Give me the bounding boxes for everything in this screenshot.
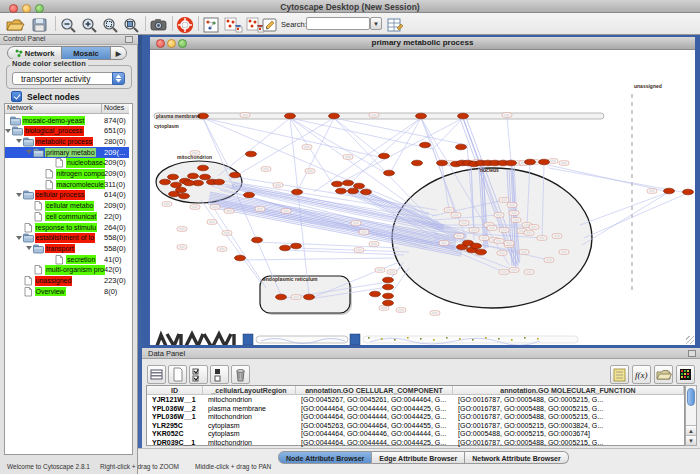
graph-node[interactable] [456,144,467,150]
graph-node[interactable] [539,159,550,165]
graph-node[interactable] [160,179,171,185]
formula-button[interactable]: f(x) [632,365,651,384]
tree-row[interactable]: response to stimulu264(0) [5,222,129,233]
graph-node[interactable] [285,113,296,119]
unselect-attributes-button[interactable] [210,365,229,384]
table-cell[interactable]: [GO:0016787, GO:0005488, GO:0005215, G..… [453,396,684,405]
data-panel-float-icon[interactable] [688,350,696,357]
graph-node[interactable] [384,170,395,176]
tree-row-label[interactable]: cell communicat [45,212,97,222]
graph-node[interactable] [276,294,287,300]
graph-node[interactable] [214,179,225,185]
tab-mosaic[interactable]: Mosaic [61,47,111,59]
import-attributes-button[interactable] [654,365,673,384]
tree-row-label[interactable]: response to stimulu [35,223,98,233]
new-attribute-button[interactable] [168,365,187,384]
table-cell[interactable]: cytoplasm [203,430,296,439]
tab-overflow-arrow[interactable]: ▶ [111,47,126,59]
table-cell[interactable]: cytoplasm [203,422,296,431]
graph-node[interactable] [280,245,291,251]
table-cell[interactable]: [GO:0016787, GO:0005488, GO:0005215, G..… [453,439,684,448]
table-cell[interactable]: YDR039C__1 [147,439,203,448]
network-canvas[interactable]: plasma membranecytoplasmmitochondrionnuc… [150,50,695,345]
tree-row-label[interactable]: mosaic-demo-yeast [22,116,85,126]
tree-row[interactable]: transport558(0) [5,243,129,254]
search-dropdown-button[interactable]: ▼ [370,17,382,30]
graph-node[interactable] [176,187,187,193]
tree-row-label[interactable]: metabolic process [35,137,93,147]
graph-node[interactable] [252,237,263,243]
scroll-down-button[interactable]: ▼ [686,435,696,445]
table-cell[interactable]: YJR121W__1 [147,396,203,405]
table-column-header[interactable]: annotation.GO CELLULAR_COMPONENT [296,386,453,395]
tree-row[interactable]: unassigned223(0) [5,276,129,287]
attribute-grid-button[interactable] [147,365,166,384]
tree-row-label[interactable]: secretion [66,255,96,265]
tree-row[interactable]: nitrogen compo209(0) [5,169,129,180]
graph-node[interactable] [383,293,394,299]
tree-row[interactable]: Overview8(0) [5,286,129,297]
table-cell[interactable]: [GO:0044464, GO:0044444, GO:0044425, G..… [296,413,453,422]
tree-expand-arrow-icon[interactable] [16,193,22,200]
snapshot-icon[interactable] [149,16,169,34]
table-row[interactable]: YLR295Ccytoplasm[GO:0045263, GO:0044464,… [147,422,684,431]
graph-node[interactable] [168,174,179,180]
tree-row[interactable]: mosaic-demo-yeast874(0) [5,115,129,126]
graph-node[interactable] [332,181,343,187]
resize-grip-icon[interactable] [686,336,694,344]
graph-node[interactable] [354,183,365,189]
graph-node[interactable] [188,173,199,179]
graph-node[interactable] [476,249,487,255]
tree-row-label[interactable]: cellular process [35,190,86,200]
annotate-icon[interactable] [261,16,279,34]
tree-row[interactable]: secretion41(0) [5,254,129,265]
zoom-out-icon[interactable] [59,16,79,34]
table-scrollbar[interactable]: ▲ ▼ [685,385,697,446]
tree-row[interactable]: cell communicat22(0) [5,211,129,222]
table-cell[interactable]: [GO:0016787, GO:0005488, GO:0005215, G..… [453,405,684,414]
select-nodes-checkbox[interactable] [11,91,22,102]
save-icon[interactable] [30,16,50,34]
zoom-selected-icon[interactable] [101,16,121,34]
graph-node[interactable] [383,277,394,283]
graph-node[interactable] [292,189,303,195]
tree-row[interactable]: cellular process614(0) [5,190,129,201]
table-cell[interactable]: [GO:0045267, GO:0045261, GO:0044464, G..… [296,396,453,405]
search-input[interactable] [306,17,370,30]
graph-node[interactable] [506,160,517,166]
table-cell[interactable]: YPL036W__1 [147,413,203,422]
table-row[interactable]: YDR039C__1mitochondrion[GO:0044464, GO:0… [147,439,684,448]
tree-row[interactable]: metabolic process280(0) [5,136,129,147]
open-file-icon[interactable] [5,16,25,34]
table-cell[interactable]: [GO:0016787, GO:0005215, GO:0003824, G..… [453,422,684,431]
tree-row[interactable]: macromolecule311(0) [5,179,129,190]
scroll-up-button[interactable]: ▲ [686,425,696,435]
table-cell[interactable]: [GO:0016787, GO:0005488, GO:0005215, G..… [453,413,684,422]
graph-node[interactable] [383,300,394,306]
tree-row[interactable]: establishment of lo558(0) [5,233,129,244]
graph-node[interactable] [329,113,340,119]
graph-node[interactable] [343,180,354,186]
graph-node[interactable] [370,291,381,297]
network-window-titlebar[interactable]: primary metabolic process [150,37,695,50]
table-cell[interactable]: [GO:0044464, GO:0044444, GO:0044425, G..… [296,405,453,414]
matrix-button[interactable] [676,365,695,384]
tree-row[interactable]: primary metabo209(... [5,147,129,158]
delete-attribute-button[interactable] [231,365,250,384]
table-cell[interactable]: [GO:0044464, GO:0044444, GO:0044425, G..… [296,439,453,448]
table-edit-icon[interactable] [386,16,406,34]
graph-node[interactable] [230,172,241,178]
table-column-header[interactable]: _cellularLayoutRegion [203,386,296,395]
graph-node[interactable] [291,243,302,249]
layout-1-icon[interactable] [223,16,243,34]
tree-row-label[interactable]: nitrogen compo [56,169,106,179]
tree-row[interactable]: nucleobase-209(0) [5,158,129,169]
zoom-fit-icon[interactable] [122,16,142,34]
graph-node[interactable] [458,113,469,119]
graph-node[interactable] [664,188,675,194]
graph-node[interactable] [412,160,423,166]
network-overview-icon[interactable] [202,16,220,34]
table-cell[interactable]: YPL036W__2 [147,405,203,414]
table-cell[interactable]: plasma membrane [203,405,296,414]
tree-row-label[interactable]: cellular metabo [45,201,94,211]
